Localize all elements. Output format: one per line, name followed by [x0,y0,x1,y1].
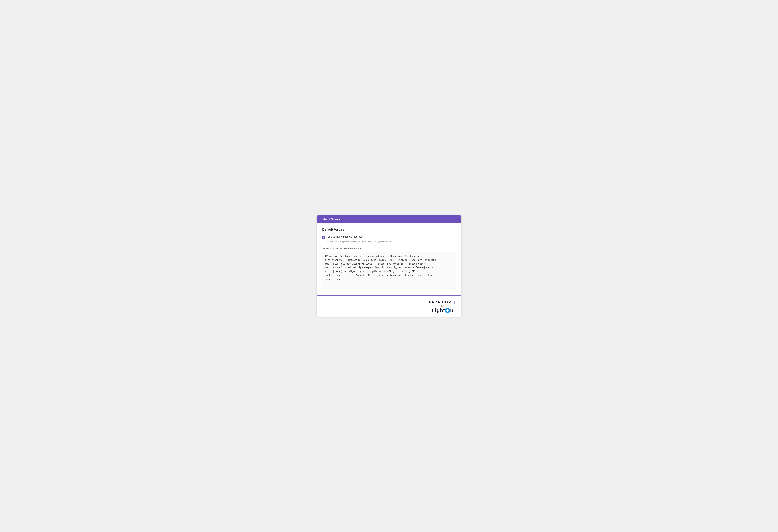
by-text: by [442,304,444,307]
checkbox-row: Use default values configuration [322,235,456,239]
lighton-o-icon [445,308,450,313]
card-header: Default Values [317,215,461,223]
section-title: Default Values [322,228,456,232]
checkbox-label: Use default values configuration [327,235,364,238]
branding-block: PARADIGM ✳ by Light n [429,300,456,314]
values-textarea[interactable] [322,252,456,289]
values-included-label: Values included in the default choice [322,247,456,250]
lighton-text-part1: Light [432,307,445,314]
lighton-logo: Light n [432,307,454,314]
lighton-o-inner [447,310,448,311]
page-container: Default Values Default Values Use defaul… [317,215,461,317]
branding-section: PARADIGM ✳ by Light n [317,295,461,317]
checkbox-description: Check this box if you would like to use … [327,240,456,243]
paradigm-text: PARADIGM [429,300,452,304]
star-icon: ✳ [453,300,456,304]
default-values-checkbox[interactable] [322,236,325,239]
lighton-text-part2: n [450,307,454,314]
paradigm-logo: PARADIGM ✳ [429,300,456,304]
card-body: Default Values Use default values config… [317,223,461,295]
card-header-title: Default Values [320,217,340,221]
checkmark-icon [323,236,325,238]
